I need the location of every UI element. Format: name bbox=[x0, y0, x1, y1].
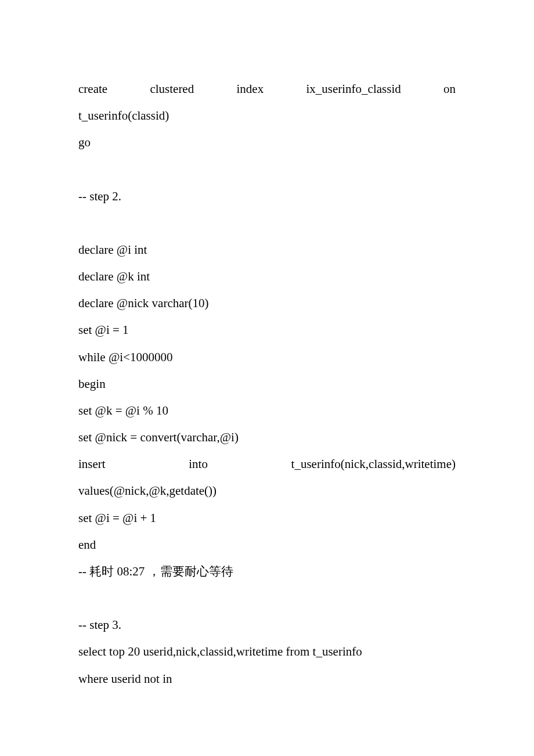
code-line: set @k = @i % 10 bbox=[78, 397, 456, 424]
blank-line bbox=[78, 210, 456, 236]
code-line: values(@nick,@k,getdate()) bbox=[78, 477, 456, 504]
code-line: set @i = 1 bbox=[78, 316, 456, 343]
code-line: -- step 3. bbox=[78, 611, 456, 638]
code-line: set @nick = convert(varchar,@i) bbox=[78, 424, 456, 451]
code-line: declare @i int bbox=[78, 236, 456, 263]
document-content: create clustered index ix_userinfo_class… bbox=[78, 75, 456, 692]
code-line: where userid not in bbox=[78, 665, 456, 692]
code-line: select top 20 userid,nick,classid,writet… bbox=[78, 638, 456, 665]
code-line: while @i<1000000 bbox=[78, 344, 456, 370]
code-line: t_userinfo(classid) bbox=[78, 102, 456, 129]
code-line: set @i = @i + 1 bbox=[78, 505, 456, 531]
code-line: create clustered index ix_userinfo_class… bbox=[78, 75, 456, 102]
code-line: begin bbox=[78, 370, 456, 397]
code-line: -- step 2. bbox=[78, 183, 456, 210]
code-line: declare @k int bbox=[78, 263, 456, 290]
code-line: insert into t_userinfo(nick,classid,writ… bbox=[78, 451, 456, 477]
code-line: go bbox=[78, 129, 456, 156]
blank-line bbox=[78, 585, 456, 611]
blank-line bbox=[78, 156, 456, 183]
code-line: declare @nick varchar(10) bbox=[78, 290, 456, 316]
code-line: -- 耗时 08:27 ，需要耐心等待 bbox=[78, 558, 456, 585]
code-line: end bbox=[78, 531, 456, 558]
